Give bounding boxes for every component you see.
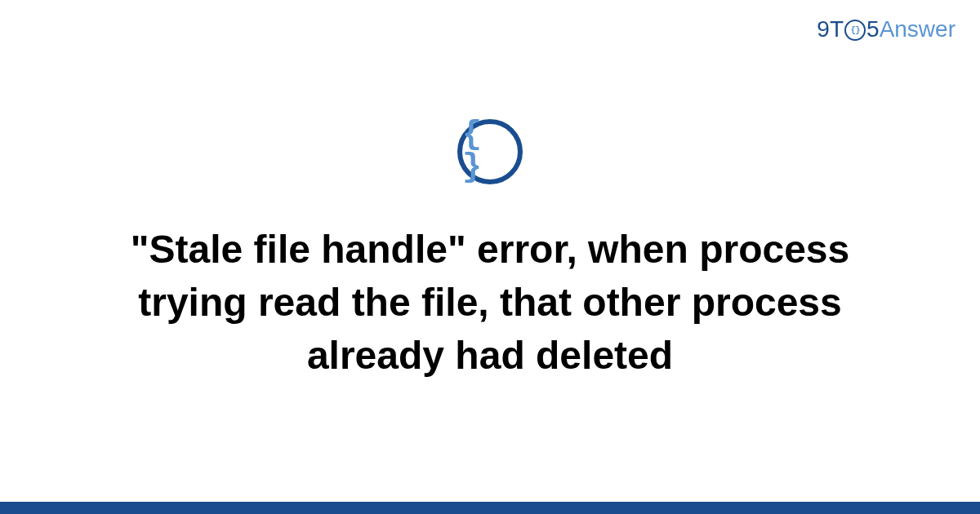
page-title: "Stale file handle" error, when process … <box>82 224 898 382</box>
footer-accent-bar <box>0 502 980 514</box>
braces-icon: { } <box>462 119 518 184</box>
main-content: { } "Stale file handle" error, when proc… <box>0 0 980 502</box>
topic-icon-circle: { } <box>457 119 523 184</box>
